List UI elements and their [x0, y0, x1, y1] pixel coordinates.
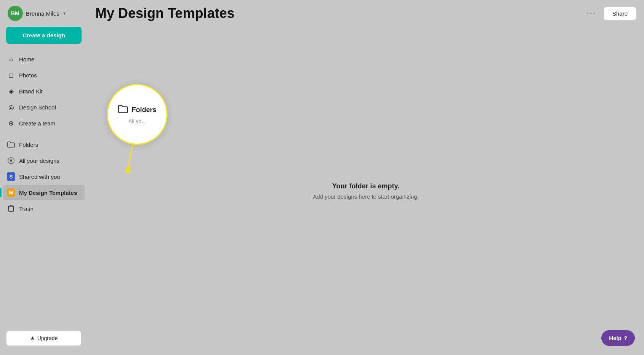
tooltip-row: Folders [118, 104, 156, 115]
sidebar: Create a design ⌂ Home ◻ Photos ◈ Brand … [0, 27, 88, 355]
more-options-button[interactable]: ··· [584, 7, 599, 20]
tooltip-folder-icon [118, 104, 128, 115]
help-label: Help [609, 335, 622, 341]
empty-folder-subtitle: Add your designs here to start organizin… [313, 193, 419, 200]
tooltip-circle: Folders All yo... [107, 84, 168, 145]
page-title: My Design Templates [95, 5, 584, 21]
shared-icon: S [7, 172, 15, 181]
folder-icon [7, 140, 15, 149]
sidebar-item-label: All your designs [19, 157, 59, 164]
header-actions: ··· Share [584, 7, 636, 20]
sidebar-item-trash[interactable]: Trash [3, 201, 85, 216]
empty-state: Your folder is empty. Add your designs h… [313, 182, 419, 200]
header: BM Brenna Miles ▾ My Design Templates ··… [0, 0, 644, 27]
svg-point-1 [10, 159, 12, 162]
sidebar-item-home[interactable]: ⌂ Home [3, 51, 85, 67]
sidebar-item-label: Folders [19, 141, 38, 148]
tooltip-connector-line [107, 145, 168, 175]
tooltip-sub: All yo... [128, 118, 146, 124]
svg-point-3 [125, 168, 130, 173]
user-name: Brenna Miles [26, 10, 59, 17]
sidebar-item-label: Trash [19, 206, 34, 212]
upgrade-button[interactable]: ★ Upgrade [6, 331, 82, 346]
sidebar-item-label: Brand Kit [19, 88, 43, 95]
photos-icon: ◻ [7, 71, 15, 79]
home-icon: ⌂ [7, 55, 15, 63]
sidebar-item-my-design-templates[interactable]: M My Design Templates [3, 185, 85, 200]
sidebar-item-design-school[interactable]: ◎ Design School [3, 100, 85, 115]
trash-icon [7, 204, 15, 213]
share-button[interactable]: Share [604, 7, 636, 20]
sidebar-item-label: My Design Templates [19, 190, 77, 196]
sidebar-item-photos[interactable]: ◻ Photos [3, 67, 85, 83]
sidebar-item-create-team[interactable]: ⊕ Create a team [3, 116, 85, 131]
empty-folder-title: Your folder is empty. [313, 182, 419, 190]
sidebar-item-label: Home [19, 56, 34, 63]
content-area: Folders All yo... Your folder is empty. … [88, 27, 644, 355]
upgrade-label: Upgrade [37, 335, 58, 341]
nav-items: ⌂ Home ◻ Photos ◈ Brand Kit ◎ Design Sch… [0, 51, 88, 324]
help-icon: ? [624, 335, 627, 341]
tooltip-label: Folders [131, 106, 156, 114]
sidebar-item-label: Create a team [19, 120, 55, 127]
help-button[interactable]: Help ? [601, 330, 635, 346]
sidebar-item-all-designs[interactable]: All your designs [3, 153, 85, 168]
upgrade-star-icon: ★ [30, 335, 35, 341]
sidebar-item-label: Design School [19, 104, 56, 111]
svg-line-2 [128, 145, 133, 170]
brand-kit-icon: ◈ [7, 87, 15, 95]
all-designs-icon [7, 156, 15, 165]
create-team-icon: ⊕ [7, 119, 15, 127]
my-design-templates-icon: M [7, 188, 15, 197]
tooltip-overlay: Folders All yo... [107, 84, 168, 175]
sidebar-item-label: Shared with you [19, 173, 60, 180]
sidebar-item-label: Photos [19, 72, 37, 79]
sidebar-item-shared[interactable]: S Shared with you [3, 169, 85, 184]
header-left: BM Brenna Miles ▾ [8, 6, 95, 21]
sidebar-item-brand-kit[interactable]: ◈ Brand Kit [3, 84, 85, 99]
chevron-down-icon[interactable]: ▾ [63, 11, 66, 16]
sidebar-item-folders[interactable]: Folders [3, 137, 85, 152]
create-design-button[interactable]: Create a design [6, 27, 82, 44]
main-layout: Create a design ⌂ Home ◻ Photos ◈ Brand … [0, 27, 644, 355]
sidebar-bottom: ★ Upgrade [0, 324, 88, 355]
avatar[interactable]: BM [8, 6, 23, 21]
design-school-icon: ◎ [7, 103, 15, 111]
